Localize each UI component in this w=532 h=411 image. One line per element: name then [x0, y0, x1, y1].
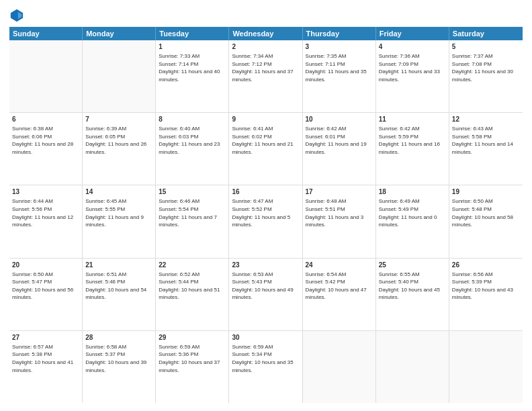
- day-info: Sunrise: 6:54 AM Sunset: 5:42 PM Dayligh…: [306, 271, 373, 302]
- calendar: SundayMondayTuesdayWednesdayThursdayFrid…: [9, 27, 523, 403]
- day-number: 18: [379, 187, 446, 197]
- calendar-cell: 15Sunrise: 6:46 AM Sunset: 5:54 PM Dayli…: [156, 185, 229, 257]
- day-info: Sunrise: 6:45 AM Sunset: 5:55 PM Dayligh…: [85, 197, 152, 228]
- day-number: 5: [452, 42, 520, 52]
- calendar-cell: 12Sunrise: 6:43 AM Sunset: 5:58 PM Dayli…: [449, 113, 523, 185]
- day-number: 27: [12, 333, 79, 342]
- calendar-cell: 13Sunrise: 6:44 AM Sunset: 5:56 PM Dayli…: [9, 185, 83, 257]
- calendar-cell: 11Sunrise: 6:42 AM Sunset: 5:59 PM Dayli…: [376, 113, 449, 185]
- day-number: 24: [306, 261, 373, 270]
- day-number: 29: [159, 333, 226, 342]
- calendar-cell: 9Sunrise: 6:41 AM Sunset: 6:02 PM Daylig…: [229, 113, 302, 185]
- day-number: 8: [159, 115, 226, 124]
- day-info: Sunrise: 7:36 AM Sunset: 7:09 PM Dayligh…: [379, 52, 446, 83]
- calendar-cell: 25Sunrise: 6:55 AM Sunset: 5:40 PM Dayli…: [376, 259, 449, 330]
- header-day-sunday: Sunday: [9, 27, 83, 40]
- day-number: 30: [232, 333, 299, 342]
- header-day-friday: Friday: [376, 27, 449, 40]
- day-info: Sunrise: 7:37 AM Sunset: 7:08 PM Dayligh…: [452, 52, 520, 83]
- day-number: 23: [232, 261, 299, 270]
- logo-icon: [9, 8, 24, 23]
- day-info: Sunrise: 6:38 AM Sunset: 6:06 PM Dayligh…: [12, 125, 79, 156]
- day-info: Sunrise: 6:42 AM Sunset: 6:01 PM Dayligh…: [306, 125, 373, 156]
- calendar-week-4: 20Sunrise: 6:50 AM Sunset: 5:47 PM Dayli…: [9, 259, 523, 331]
- calendar-cell: 14Sunrise: 6:45 AM Sunset: 5:55 PM Dayli…: [83, 185, 156, 257]
- calendar-cell: 28Sunrise: 6:58 AM Sunset: 5:37 PM Dayli…: [83, 331, 156, 403]
- calendar-cell: 22Sunrise: 6:52 AM Sunset: 5:44 PM Dayli…: [156, 259, 229, 330]
- day-info: Sunrise: 6:42 AM Sunset: 5:59 PM Dayligh…: [379, 125, 446, 156]
- calendar-cell: 26Sunrise: 6:56 AM Sunset: 5:39 PM Dayli…: [449, 259, 523, 330]
- calendar-cell: [9, 40, 83, 112]
- calendar-week-3: 13Sunrise: 6:44 AM Sunset: 5:56 PM Dayli…: [9, 185, 523, 258]
- day-number: 7: [85, 115, 152, 124]
- header: [9, 8, 523, 23]
- calendar-body: 1Sunrise: 7:33 AM Sunset: 7:14 PM Daylig…: [9, 40, 523, 403]
- calendar-cell: [449, 331, 523, 403]
- day-info: Sunrise: 6:47 AM Sunset: 5:52 PM Dayligh…: [232, 197, 299, 228]
- calendar-cell: 27Sunrise: 6:57 AM Sunset: 5:38 PM Dayli…: [9, 331, 83, 403]
- day-info: Sunrise: 6:51 AM Sunset: 5:46 PM Dayligh…: [85, 271, 152, 302]
- calendar-cell: [83, 40, 156, 112]
- day-info: Sunrise: 6:55 AM Sunset: 5:40 PM Dayligh…: [379, 271, 446, 302]
- calendar-week-5: 27Sunrise: 6:57 AM Sunset: 5:38 PM Dayli…: [9, 331, 523, 403]
- day-number: 21: [85, 261, 152, 270]
- calendar-cell: 4Sunrise: 7:36 AM Sunset: 7:09 PM Daylig…: [376, 40, 449, 112]
- calendar-cell: 23Sunrise: 6:53 AM Sunset: 5:43 PM Dayli…: [229, 259, 302, 330]
- calendar-cell: 6Sunrise: 6:38 AM Sunset: 6:06 PM Daylig…: [9, 113, 83, 185]
- day-number: 19: [452, 187, 520, 197]
- calendar-cell: 8Sunrise: 6:40 AM Sunset: 6:03 PM Daylig…: [156, 113, 229, 185]
- day-number: 12: [452, 115, 520, 124]
- calendar-cell: 3Sunrise: 7:35 AM Sunset: 7:11 PM Daylig…: [303, 40, 376, 112]
- day-number: 11: [379, 115, 446, 124]
- day-number: 28: [85, 333, 152, 342]
- page: SundayMondayTuesdayWednesdayThursdayFrid…: [0, 0, 532, 411]
- day-info: Sunrise: 6:56 AM Sunset: 5:39 PM Dayligh…: [452, 271, 520, 302]
- day-number: 17: [306, 187, 373, 197]
- day-number: 26: [452, 261, 520, 270]
- day-info: Sunrise: 6:48 AM Sunset: 5:51 PM Dayligh…: [306, 197, 373, 228]
- day-info: Sunrise: 6:46 AM Sunset: 5:54 PM Dayligh…: [159, 197, 226, 228]
- day-info: Sunrise: 6:59 AM Sunset: 5:36 PM Dayligh…: [159, 343, 226, 374]
- day-info: Sunrise: 6:53 AM Sunset: 5:43 PM Dayligh…: [232, 271, 299, 302]
- day-number: 2: [232, 42, 299, 52]
- day-number: 20: [12, 261, 79, 270]
- calendar-cell: 16Sunrise: 6:47 AM Sunset: 5:52 PM Dayli…: [229, 185, 302, 257]
- header-day-saturday: Saturday: [449, 27, 523, 40]
- calendar-cell: 18Sunrise: 6:49 AM Sunset: 5:49 PM Dayli…: [376, 185, 449, 257]
- day-number: 16: [232, 187, 299, 197]
- header-day-wednesday: Wednesday: [229, 27, 302, 40]
- day-info: Sunrise: 6:40 AM Sunset: 6:03 PM Dayligh…: [159, 125, 226, 156]
- day-info: Sunrise: 6:52 AM Sunset: 5:44 PM Dayligh…: [159, 271, 226, 302]
- calendar-cell: 17Sunrise: 6:48 AM Sunset: 5:51 PM Dayli…: [303, 185, 376, 257]
- day-number: 15: [159, 187, 226, 197]
- day-info: Sunrise: 7:33 AM Sunset: 7:14 PM Dayligh…: [159, 52, 226, 83]
- calendar-cell: 5Sunrise: 7:37 AM Sunset: 7:08 PM Daylig…: [449, 40, 523, 112]
- calendar-cell: 1Sunrise: 7:33 AM Sunset: 7:14 PM Daylig…: [156, 40, 229, 112]
- day-info: Sunrise: 6:43 AM Sunset: 5:58 PM Dayligh…: [452, 125, 520, 156]
- calendar-cell: [376, 331, 449, 403]
- calendar-cell: 20Sunrise: 6:50 AM Sunset: 5:47 PM Dayli…: [9, 259, 83, 330]
- calendar-cell: 19Sunrise: 6:50 AM Sunset: 5:48 PM Dayli…: [449, 185, 523, 257]
- calendar-cell: [303, 331, 376, 403]
- day-number: 4: [379, 42, 446, 52]
- day-number: 9: [232, 115, 299, 124]
- day-number: 1: [159, 42, 226, 52]
- header-day-monday: Monday: [83, 27, 156, 40]
- day-info: Sunrise: 6:50 AM Sunset: 5:47 PM Dayligh…: [12, 271, 79, 302]
- header-day-thursday: Thursday: [303, 27, 376, 40]
- day-number: 13: [12, 187, 79, 197]
- calendar-cell: 7Sunrise: 6:39 AM Sunset: 6:05 PM Daylig…: [83, 113, 156, 185]
- day-info: Sunrise: 6:57 AM Sunset: 5:38 PM Dayligh…: [12, 343, 79, 374]
- day-info: Sunrise: 6:41 AM Sunset: 6:02 PM Dayligh…: [232, 125, 299, 156]
- day-number: 14: [85, 187, 152, 197]
- day-number: 10: [306, 115, 373, 124]
- day-number: 22: [159, 261, 226, 270]
- day-info: Sunrise: 7:35 AM Sunset: 7:11 PM Dayligh…: [306, 52, 373, 83]
- day-number: 25: [379, 261, 446, 270]
- calendar-week-1: 1Sunrise: 7:33 AM Sunset: 7:14 PM Daylig…: [9, 40, 523, 113]
- calendar-cell: 30Sunrise: 6:59 AM Sunset: 5:34 PM Dayli…: [229, 331, 302, 403]
- calendar-header-row: SundayMondayTuesdayWednesdayThursdayFrid…: [9, 27, 523, 40]
- calendar-cell: 10Sunrise: 6:42 AM Sunset: 6:01 PM Dayli…: [303, 113, 376, 185]
- logo: [9, 8, 27, 23]
- calendar-cell: 29Sunrise: 6:59 AM Sunset: 5:36 PM Dayli…: [156, 331, 229, 403]
